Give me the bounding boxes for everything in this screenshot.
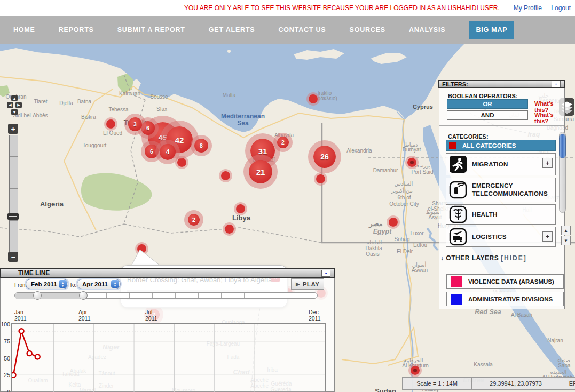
chart-y-tick: 25 (1, 372, 10, 378)
map-marker[interactable] (389, 218, 398, 227)
health-caduceus-icon (449, 205, 467, 223)
map-marker-cluster[interactable]: 6 (145, 145, 159, 158)
category-label-line: EMERGENCY (472, 182, 548, 190)
nav-item-contact-us[interactable]: CONTACT US (279, 26, 326, 34)
expand-category-button[interactable]: + (542, 158, 553, 168)
chart-y-tick: 0 (1, 389, 10, 392)
category-label-line: MIGRATION (472, 161, 508, 169)
map-marker-cluster[interactable]: 21 (249, 160, 272, 183)
collapse-arrow-icon: ↓ (440, 254, 444, 262)
nav-item-analysis[interactable]: ANALYSIS (409, 26, 445, 34)
play-label: PLAY (303, 281, 320, 287)
map-marker[interactable] (316, 174, 325, 183)
map-marker[interactable] (411, 366, 420, 375)
cluster-count: 6 (146, 125, 149, 131)
nav-item-submit-a-report[interactable]: SUBMIT A REPORT (117, 26, 185, 34)
category-label-line: LOGISTICS (472, 233, 507, 241)
map-marker[interactable] (106, 119, 115, 129)
map-marker-cluster[interactable]: 4 (160, 144, 176, 160)
categories-scrollbar-thumb[interactable] (559, 134, 566, 158)
cluster-count: 3 (133, 121, 137, 127)
timeline-slider-handle-to[interactable] (79, 291, 88, 300)
cluster-count: 8 (200, 142, 203, 149)
nav-item-reports[interactable]: REPORTS (59, 26, 94, 34)
zoom-out-button[interactable]: − (8, 252, 18, 262)
timeline-minimize-button[interactable]: - (321, 270, 330, 277)
categories-label: CATEGORIES: (448, 133, 489, 140)
boolean-and-button[interactable]: AND (447, 110, 528, 120)
filters-title: FILTERS: (442, 81, 468, 87)
boolean-or-button[interactable]: OR (447, 99, 528, 109)
timeline-to-value: Apr 2011 (77, 281, 111, 287)
timeline-slider-range (15, 293, 83, 299)
slider-month-tick (175, 293, 176, 298)
my-profile-link[interactable]: My Profile (514, 4, 542, 12)
category-label-line: HEALTH (472, 211, 498, 219)
mouse-coordinates: 29.39941, 23.07973 (472, 378, 560, 389)
map-marker[interactable] (221, 171, 230, 180)
category-migration[interactable]: MIGRATION+ (446, 153, 556, 175)
pan-down-icon[interactable]: ▼ (11, 109, 18, 115)
map-marker-cluster[interactable]: 2 (188, 214, 200, 226)
projection-indicator: EPSG:900913 (560, 378, 575, 389)
scroll-up-icon[interactable]: ▲ (561, 226, 571, 235)
timeline-to-select[interactable]: Apr 2011 ▲▼ (77, 279, 121, 289)
nav-item-home[interactable]: HOME (13, 26, 35, 34)
axis-year: 2011 (14, 315, 27, 322)
map-marker-cluster[interactable]: 2 (277, 137, 289, 148)
play-button[interactable]: ▶ PLAY (291, 278, 324, 290)
main-nav: HOMEREPORTSSUBMIT A REPORTGET ALERTSCONT… (0, 16, 575, 44)
map-marker[interactable] (177, 158, 186, 167)
scroll-down-icon[interactable]: ▼ (561, 236, 571, 245)
map-marker-cluster[interactable]: 8 (194, 139, 208, 153)
layer-color-swatch (451, 294, 462, 305)
timeline-header[interactable]: TIME LINE - (0, 268, 335, 278)
cluster-count: 2 (281, 139, 285, 146)
hide-layers-link[interactable]: [HIDE] (501, 254, 527, 262)
map-marker[interactable] (236, 204, 245, 213)
timeline-chart: 1 Mar6 Mar11 Mar16 Mar21 Mar26 Mar31 Mar… (11, 323, 326, 392)
map-marker-cluster[interactable]: 26 (313, 146, 336, 168)
axis-year: 2011 (309, 315, 321, 322)
all-categories-button[interactable]: ALL CATEGORIES (446, 140, 556, 151)
whats-this-link[interactable]: What's this? (534, 111, 564, 124)
layer-color-swatch (451, 276, 462, 287)
filters-header[interactable]: FILTERS: - (438, 80, 565, 88)
zoom-slider-handle[interactable] (7, 213, 19, 220)
axis-month: Jan (14, 309, 27, 315)
layer-violence-data-arasmus[interactable]: VIOLENCE DATA (ARASMUS) (446, 274, 564, 289)
map-marker-cluster[interactable]: 3 (128, 117, 142, 131)
timeline-from-select[interactable]: Feb 2011 ▲▼ (26, 279, 68, 289)
map-marker-cluster[interactable]: 31 (250, 139, 275, 163)
category-label: HEALTH (472, 211, 498, 219)
timeline-slider-handle-from[interactable] (33, 291, 42, 300)
timeline-panel: From: Feb 2011 ▲▼ To: Apr 2011 ▲▼ ▶ PLAY… (0, 278, 335, 392)
pan-up-icon[interactable]: ▲ (11, 95, 18, 101)
map-marker[interactable] (309, 94, 318, 103)
timeline-axis-label: Dec2011 (309, 309, 321, 322)
nav-item-big-map[interactable]: BIG MAP (469, 21, 514, 39)
layer-administrative-divisions[interactable]: ADMINISTRATIVE DIVISIONS (446, 292, 564, 306)
axis-month: Apr (78, 309, 91, 315)
timeline-axis-label: Jul2011 (145, 309, 157, 322)
chart-data-point (35, 354, 40, 359)
map-marker-cluster[interactable]: 6 (141, 121, 155, 135)
pan-right-icon[interactable]: ▶ (15, 102, 22, 108)
nav-item-sources[interactable]: SOURCES (350, 26, 385, 34)
category-label-line: TELECOMMUNICATIONS (472, 190, 548, 198)
filters-minimize-button[interactable]: - (552, 81, 561, 87)
nav-item-get-alerts[interactable]: GET ALERTS (209, 26, 255, 34)
pan-left-icon[interactable]: ◀ (7, 102, 13, 108)
map-marker[interactable] (225, 225, 234, 234)
category-logistics[interactable]: LOGISTICS+ (446, 227, 556, 247)
category-health[interactable]: HEALTH (446, 204, 556, 225)
category-label: EMERGENCYTELECOMMUNICATIONS (472, 182, 548, 198)
expand-category-button[interactable]: + (542, 231, 553, 242)
category-emergency-telecommunications[interactable]: EMERGENCYTELECOMMUNICATIONS (446, 178, 556, 202)
map-marker[interactable] (407, 158, 416, 167)
logout-link[interactable]: Logout (551, 4, 571, 12)
zoom-in-button[interactable]: + (8, 124, 18, 134)
zoom-slider-track[interactable] (9, 135, 18, 252)
chart-data-point (27, 351, 32, 356)
timeline-axis-label: Jan2011 (14, 309, 27, 322)
